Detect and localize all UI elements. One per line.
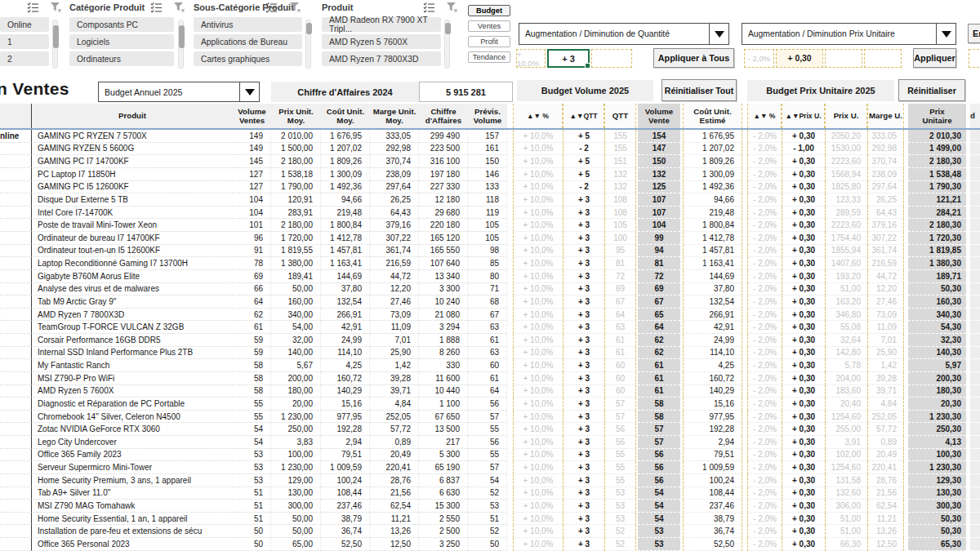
slicer-item[interactable]: Antivirus: [194, 17, 302, 32]
slicer-categorie-scrollbar[interactable]: [178, 20, 184, 69]
slicer-item[interactable]: Logiciels: [69, 34, 174, 49]
cell-delta-qtt[interactable]: + 3: [563, 309, 604, 322]
cell-delta-prix-u[interactable]: + 0,30: [782, 219, 825, 232]
view-button-ventes[interactable]: Ventes: [468, 20, 510, 32]
cell-delta-prix-u[interactable]: + 0,30: [782, 257, 825, 270]
clear-filter-icon[interactable]: [446, 2, 458, 13]
cell-delta-qtt[interactable]: + 3: [563, 270, 604, 283]
quantity-mode-dropdown[interactable]: Augmentation / Diminution de Quantité: [519, 23, 729, 45]
cell-delta-qtt[interactable]: + 3: [563, 423, 604, 436]
slicer-channel-scrollbar[interactable]: [52, 20, 58, 69]
cell-delta-qtt[interactable]: + 3: [563, 461, 604, 474]
cell-delta-qtt[interactable]: + 3: [563, 436, 604, 449]
cell-delta-prix-u[interactable]: + 0,30: [782, 461, 825, 474]
cell-delta-qtt[interactable]: + 3: [563, 385, 604, 398]
cell-delta-qtt[interactable]: + 3: [563, 359, 604, 372]
cell-delta-qtt[interactable]: + 3: [563, 411, 604, 424]
slicer-produit-scrollbar[interactable]: [444, 20, 450, 69]
clear-filter-icon[interactable]: [173, 2, 185, 13]
cell-delta-qtt[interactable]: + 3: [563, 219, 604, 232]
cell-delta-qtt[interactable]: + 3: [563, 295, 604, 309]
clear-filter-icon[interactable]: [50, 2, 62, 13]
cell-delta-prix-u[interactable]: + 0,30: [782, 207, 825, 220]
cell-delta-prix-u[interactable]: + 0,30: [782, 270, 825, 283]
apply-all-button[interactable]: Appliquer à Tous: [653, 48, 734, 68]
cell-delta-prix-u[interactable]: + 0,30: [782, 411, 825, 424]
cell-delta-prix-u[interactable]: + 0,30: [782, 295, 825, 309]
reset-button[interactable]: Réinitialiser: [898, 79, 965, 101]
clear-filter-icon[interactable]: [289, 2, 301, 13]
cell-delta-qtt[interactable]: + 3: [563, 398, 604, 411]
cell-delta-qtt[interactable]: + 3: [563, 232, 604, 245]
cell-delta-prix-u[interactable]: + 0,30: [782, 359, 825, 372]
cell-delta-prix-u[interactable]: + 0,30: [782, 525, 825, 538]
cell-delta-qtt[interactable]: - 2: [563, 143, 604, 156]
cell-delta-prix-u[interactable]: + 0,30: [782, 181, 825, 194]
cell-delta-prix-u[interactable]: + 0,30: [782, 193, 825, 207]
cell-delta-qtt[interactable]: + 3: [563, 372, 604, 385]
slicer-item[interactable]: 1: [0, 34, 49, 49]
slicer-item[interactable]: Applications de Bureau: [194, 34, 302, 49]
cell-delta-qtt[interactable]: + 3: [563, 500, 604, 513]
price-pct-hint[interactable]: - 2,0%: [744, 49, 774, 68]
cell-delta-qtt[interactable]: + 3: [563, 487, 604, 500]
cell-delta-prix-u[interactable]: - 1,00: [782, 143, 825, 156]
slicer-item[interactable]: 2: [0, 51, 49, 66]
cell-delta-prix-u[interactable]: + 0,30: [782, 232, 825, 245]
cell-delta-qtt[interactable]: + 3: [563, 538, 604, 551]
cell-delta-qtt[interactable]: + 3: [563, 283, 604, 296]
edge-empty-cell[interactable]: [969, 49, 980, 68]
chevron-down-icon[interactable]: [936, 24, 956, 44]
cell-delta-qtt[interactable]: + 3: [563, 245, 604, 258]
quantity-empty-cell[interactable]: [591, 49, 632, 68]
cell-delta-prix-u[interactable]: + 0,30: [782, 398, 825, 411]
view-button-profit[interactable]: Profit: [468, 36, 510, 47]
cell-delta-prix-u[interactable]: + 0,30: [782, 245, 825, 258]
cell-delta-qtt[interactable]: - 2: [563, 181, 604, 194]
cell-delta-qtt[interactable]: + 3: [563, 449, 604, 462]
cell-delta-prix-u[interactable]: + 0,30: [782, 347, 825, 360]
cell-delta-qtt[interactable]: + 3: [563, 207, 604, 220]
chevron-down-icon[interactable]: [239, 82, 259, 101]
multiselect-icon[interactable]: [150, 2, 163, 13]
slicer-item[interactable]: Cartes graphiques: [194, 51, 302, 66]
slicer-item[interactable]: AMD Ryzen 7 7800X3D: [322, 51, 441, 66]
edge-cut-button[interactable]: En: [968, 24, 980, 43]
cell-delta-qtt[interactable]: + 3: [563, 257, 604, 270]
cell-delta-qtt[interactable]: + 3: [563, 193, 604, 207]
price-empty-cell[interactable]: [825, 49, 862, 68]
cell-delta-prix-u[interactable]: + 0,30: [782, 334, 825, 347]
cell-delta-qtt[interactable]: + 3: [563, 474, 604, 487]
cell-delta-qtt[interactable]: + 3: [563, 347, 604, 360]
price-value-cell[interactable]: + 0,30: [776, 49, 823, 68]
price-empty-cell[interactable]: [864, 49, 902, 68]
price-mode-dropdown[interactable]: Augmentation / Diminution Prix Unitaire: [742, 23, 956, 45]
period-dropdown[interactable]: Budget Annuel 2025: [98, 82, 260, 102]
cell-delta-qtt[interactable]: + 5: [563, 155, 604, 168]
cell-delta-prix-u[interactable]: + 0,30: [782, 283, 825, 296]
multiselect-icon[interactable]: [265, 2, 278, 13]
slicer-item[interactable]: Ordinateurs: [69, 51, 174, 66]
cell-delta-prix-u[interactable]: + 0,30: [782, 449, 825, 462]
chevron-down-icon[interactable]: [709, 24, 728, 44]
quantity-value-cell[interactable]: + 3: [547, 49, 590, 68]
cell-delta-qtt[interactable]: + 3: [563, 513, 604, 526]
cell-delta-prix-u[interactable]: + 0,30: [782, 372, 825, 385]
view-button-tendance[interactable]: Tendance: [468, 51, 510, 63]
reset-all-button[interactable]: Réinitialiser Tout: [662, 79, 737, 101]
slicer-item[interactable]: AMD Radeon RX 7900 XT Tripl...: [322, 17, 441, 32]
cell-delta-prix-u[interactable]: + 0,30: [782, 513, 825, 526]
cell-delta-prix-u[interactable]: + 0,30: [782, 155, 825, 168]
cell-delta-prix-u[interactable]: + 0,30: [782, 538, 825, 551]
cell-delta-prix-u[interactable]: + 0,30: [782, 168, 825, 181]
slicer-item[interactable]: Online: [0, 17, 49, 32]
cell-delta-prix-u[interactable]: + 0,30: [782, 423, 825, 436]
apply-button[interactable]: Appliquer: [913, 48, 956, 68]
cell-delta-prix-u[interactable]: + 0,30: [782, 309, 825, 322]
view-button-budget[interactable]: Budget: [468, 5, 510, 16]
cell-delta-prix-u[interactable]: + 0,30: [782, 385, 825, 398]
slicer-item[interactable]: AMD Ryzen 5 7600X: [322, 34, 441, 49]
cell-delta-prix-u[interactable]: + 0,30: [782, 130, 825, 143]
cell-delta-qtt[interactable]: + 3: [563, 525, 604, 538]
cell-delta-prix-u[interactable]: + 0,30: [782, 474, 825, 487]
